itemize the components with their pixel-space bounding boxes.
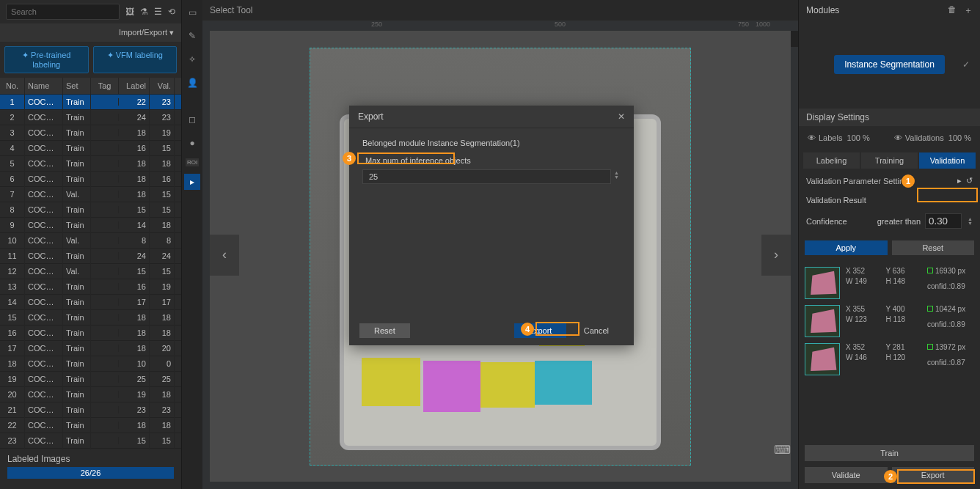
search-input[interactable] xyxy=(6,4,120,20)
confidence-label: Confidence xyxy=(806,217,847,226)
bucket-tool-icon[interactable]: ● xyxy=(184,135,200,151)
col-tag[interactable]: Tag xyxy=(91,78,119,94)
modal-title: Export xyxy=(358,111,384,122)
table-row[interactable]: 8COCO_v...Train1515 xyxy=(0,202,181,218)
import-export-menu[interactable]: Import/Export ▾ xyxy=(0,23,181,42)
instance-item[interactable]: X 355Y 400 W 123H 118 10424 px confid.:0… xyxy=(805,302,974,340)
callout-4: 4 xyxy=(521,323,534,336)
pretrained-labeling-button[interactable]: ✦ Pre-trained labeling xyxy=(4,46,89,73)
select-tool-label: Select Tool xyxy=(210,5,252,15)
segment-mask xyxy=(423,361,480,412)
max-inference-input[interactable] xyxy=(362,169,611,184)
validate-button[interactable]: Validate xyxy=(805,467,888,483)
display-settings-header: Display Settings xyxy=(799,109,980,126)
table-row[interactable]: 6COCO_v...Train1816 xyxy=(0,172,181,187)
instance-item[interactable]: X 352Y 636 W 149H 148 16930 px confid.:0… xyxy=(805,264,974,302)
table-row[interactable]: 7COCO_v...Val.1815 xyxy=(0,187,181,202)
module-node-instance-seg[interactable]: Instance Segmentation xyxy=(834,55,945,74)
validation-params-label: Validation Parameter Settings xyxy=(806,177,913,185)
col-name[interactable]: Name xyxy=(25,78,63,94)
table-row[interactable]: 15COCO_v...Train1818 xyxy=(0,310,181,326)
table-row[interactable]: 5COCO_v...Train1818 xyxy=(0,156,181,172)
magic-tool-icon[interactable]: ✧ xyxy=(184,51,200,67)
instance-thumb xyxy=(805,305,840,337)
table-row[interactable]: 2COCO_v...Train2423 xyxy=(0,110,181,125)
segment-mask xyxy=(362,358,420,406)
eye-icon[interactable]: 👁 xyxy=(894,133,902,142)
table-row[interactable]: 16COCO_v...Train1818 xyxy=(0,326,181,341)
next-image-button[interactable]: › xyxy=(761,235,791,276)
expand-icon[interactable]: ▸ xyxy=(957,176,962,185)
table-row[interactable]: 21COCO_v...Train2323 xyxy=(0,402,181,418)
image-table-body[interactable]: 1COCO_v...Train22232COCO_v...Train24233C… xyxy=(0,95,181,449)
add-module-icon[interactable]: ＋ xyxy=(964,4,973,17)
max-inference-label: Max num of inference objects xyxy=(362,155,474,166)
reset-button[interactable]: Reset xyxy=(892,240,975,255)
col-val[interactable]: Val. xyxy=(150,78,175,94)
instance-list[interactable]: X 352Y 636 W 149H 148 16930 px confid.:0… xyxy=(799,260,980,442)
table-row[interactable]: 1COCO_v...Train2223 xyxy=(0,95,181,110)
validation-result-label: Validation Result xyxy=(799,190,980,210)
table-row[interactable]: 23COCO_v...Train1515 xyxy=(0,433,181,449)
table-row[interactable]: 22COCO_v...Train1818 xyxy=(0,418,181,433)
modal-reset-button[interactable]: Reset xyxy=(359,323,410,338)
filter-icon[interactable]: ⚗ xyxy=(140,7,148,17)
col-set[interactable]: Set xyxy=(63,78,91,94)
progress-bar: 26/26 xyxy=(7,467,174,479)
person-tool-icon[interactable]: 👤 xyxy=(184,75,200,91)
trash-icon[interactable]: 🗑 xyxy=(948,4,957,17)
module-graph[interactable]: Instance Segmentation ✓ xyxy=(799,21,980,109)
table-row[interactable]: 4COCO_v...Train1615 xyxy=(0,141,181,156)
top-bar: Select Tool xyxy=(202,0,798,21)
vfm-labeling-button[interactable]: ✦ VFM labeling xyxy=(93,46,178,73)
play-tool-icon[interactable]: ▸ xyxy=(184,174,200,190)
history-icon[interactable]: ↺ xyxy=(966,176,973,185)
table-row[interactable]: 13COCO_v...Train1619 xyxy=(0,279,181,295)
table-row[interactable]: 24COCO_v...Val.1313 xyxy=(0,449,181,449)
tab-labeling[interactable]: Labeling xyxy=(803,152,860,169)
eye-icon[interactable]: 👁 xyxy=(808,133,816,142)
callout-2: 2 xyxy=(884,470,897,483)
tab-validation[interactable]: Validation xyxy=(919,152,976,169)
table-row[interactable]: 9COCO_v...Train1418 xyxy=(0,218,181,233)
callout-3: 3 xyxy=(343,152,356,165)
select-tool-icon[interactable]: ▭ xyxy=(184,4,200,21)
table-row[interactable]: 20COCO_v...Train1918 xyxy=(0,387,181,402)
settings-icon[interactable]: ⟲ xyxy=(168,7,175,17)
col-no[interactable]: No. xyxy=(0,78,25,94)
export-button[interactable]: Export xyxy=(892,467,975,483)
instance-thumb xyxy=(805,343,840,375)
image-icon[interactable]: 🖼 xyxy=(125,7,134,17)
table-row[interactable]: 11COCO_v...Train2424 xyxy=(0,249,181,264)
spinner-icon[interactable]: ▲▼ xyxy=(612,169,621,184)
shape-tool-icon[interactable]: ◻ xyxy=(184,111,200,128)
confidence-input[interactable] xyxy=(925,213,962,229)
lasso-tool-icon[interactable]: ✎ xyxy=(184,28,200,44)
list-icon[interactable]: ☰ xyxy=(154,7,162,17)
table-row[interactable]: 10COCO_v...Val.88 xyxy=(0,233,181,249)
keyboard-icon[interactable]: ⌨ xyxy=(774,443,791,457)
table-row[interactable]: 17COCO_v...Train1820 xyxy=(0,341,181,356)
apply-button[interactable]: Apply xyxy=(805,240,888,255)
close-icon[interactable]: ✕ xyxy=(618,111,625,122)
train-button[interactable]: Train xyxy=(805,445,974,461)
modal-module-label: Belonged module Instance Segmentation(1) xyxy=(362,139,621,147)
instance-item[interactable]: X 352Y 281 W 146H 120 13972 px confid.:0… xyxy=(805,340,974,378)
segment-mask xyxy=(535,361,592,405)
check-icon: ✓ xyxy=(962,59,970,70)
right-panel: Modules 🗑 ＋ Instance Segmentation ✓ Disp… xyxy=(798,0,980,489)
modal-cancel-button[interactable]: Cancel xyxy=(569,323,624,338)
col-label[interactable]: Label xyxy=(119,78,150,94)
table-row[interactable]: 18COCO_v...Train100 xyxy=(0,356,181,372)
table-row[interactable]: 19COCO_v...Train2525 xyxy=(0,372,181,387)
roi-badge[interactable]: ROI xyxy=(186,158,199,166)
ruler-horizontal: 250 500 750 1000 xyxy=(202,21,798,29)
table-row[interactable]: 3COCO_v...Train1819 xyxy=(0,125,181,141)
table-row[interactable]: 14COCO_v...Train1717 xyxy=(0,295,181,310)
tab-training[interactable]: Training xyxy=(861,152,918,169)
prev-image-button[interactable]: ‹ xyxy=(210,235,239,276)
greater-than-label: greater than xyxy=(877,217,921,226)
table-row[interactable]: 12COCO_v...Val.1515 xyxy=(0,264,181,279)
export-modal: Export ✕ Belonged module Instance Segmen… xyxy=(349,106,634,345)
spinner-icon[interactable]: ▲▼ xyxy=(968,217,973,226)
